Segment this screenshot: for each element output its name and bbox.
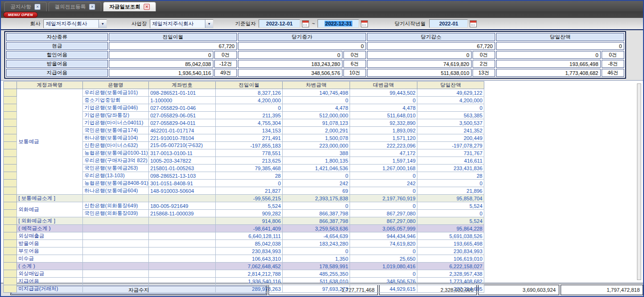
calendar-icon[interactable] xyxy=(470,20,477,27)
cell-account-number xyxy=(149,248,216,255)
row-selector[interactable] xyxy=(4,263,17,270)
cell-debit-amount: 69 xyxy=(283,187,350,195)
site-select[interactable]: 제일저지주식회사 ▼ xyxy=(150,19,213,28)
company-select[interactable]: 제일저지주식회사 ▼ xyxy=(43,19,107,28)
chevron-down-icon[interactable]: ▼ xyxy=(98,20,106,28)
tab-label: 결의전표등록 xyxy=(55,3,86,10)
row-selector[interactable] xyxy=(4,97,17,104)
date-from-input[interactable]: 2022-12-01 xyxy=(259,19,300,28)
row-selector[interactable] xyxy=(4,278,17,285)
date-to-input[interactable]: 2022-12-31 xyxy=(318,19,359,28)
cell-daily-balance: 193,665,498 xyxy=(417,240,484,248)
vertical-scrollbar[interactable] xyxy=(637,83,641,280)
app-window: 공지사항 ✕ 결의전표등록 ✕ 자금일보조회 ✕ MENU OPEN 회사 제일… xyxy=(0,0,644,297)
cell-account-number xyxy=(149,240,216,248)
cell-account-number xyxy=(149,217,216,225)
grid-row: [ 외화예금소계 ]914,806866,387,798867,297,0805… xyxy=(4,217,484,225)
summary-count: 49건 xyxy=(214,69,237,77)
summary-count: 0건 xyxy=(473,51,495,59)
row-selector[interactable] xyxy=(4,89,17,97)
tab-voucher-entry[interactable]: 결의전표등록 ✕ xyxy=(49,2,101,11)
tab-bar: 공지사항 ✕ 결의전표등록 ✕ 자금일보조회 ✕ xyxy=(1,1,643,11)
summary-asset-label[interactable]: 지급어음 xyxy=(6,69,108,77)
summary-amount: 1,773,408,682 xyxy=(496,69,601,77)
cell-debit-amount: 2,393,175,838 xyxy=(283,195,350,202)
row-selector[interactable] xyxy=(4,240,17,248)
cell-credit-amount: 47,172 xyxy=(350,149,417,157)
cell-account-name: 부도어음 xyxy=(17,248,83,255)
period-start-input[interactable]: 2022-01 xyxy=(429,19,468,28)
summary-count: 10건 xyxy=(343,69,366,77)
row-selector[interactable] xyxy=(4,248,17,255)
row-selector[interactable] xyxy=(4,217,17,225)
cell-account-number: 027-055829-06-051 xyxy=(149,112,216,119)
row-selector[interactable] xyxy=(4,187,17,195)
row-selector[interactable] xyxy=(4,157,17,165)
summary-amount: 67,720 xyxy=(109,42,237,50)
close-icon[interactable]: ✕ xyxy=(34,4,41,10)
row-selector[interactable] xyxy=(4,165,17,172)
row-selector[interactable] xyxy=(4,180,17,187)
tab-notice[interactable]: 공지사항 ✕ xyxy=(4,2,47,11)
cell-bank-name: 중소기업중앙회 xyxy=(83,97,149,104)
cell-credit-amount: 2,197,760,919 xyxy=(350,195,417,202)
row-selector[interactable] xyxy=(4,149,17,157)
row-selector[interactable] xyxy=(4,210,17,217)
cell-bank-name xyxy=(83,285,149,293)
date-to-selected-text: 2022-12-31 xyxy=(325,21,352,26)
summary-body: 현금67,720067,7200할인어음00건00건00건00건받을어음85,0… xyxy=(6,42,624,77)
row-selector[interactable] xyxy=(4,225,17,232)
site-label: 사업장 xyxy=(131,20,147,27)
cell-daily-balance: 237,214,605 xyxy=(417,285,484,293)
row-selector[interactable] xyxy=(4,127,17,134)
cell-account-name: 미수금 xyxy=(17,255,83,263)
summary-asset-label[interactable]: 할인어음 xyxy=(6,51,108,59)
close-icon[interactable]: ✕ xyxy=(144,4,150,10)
row-selector[interactable] xyxy=(4,202,17,210)
cell-prev-carryover: 85,042,038 xyxy=(216,240,283,248)
row-selector[interactable] xyxy=(4,134,17,142)
row-selector[interactable] xyxy=(4,172,17,180)
summary-asset-label[interactable]: 현금 xyxy=(6,42,108,50)
cell-bank-name xyxy=(83,263,149,270)
cell-daily-balance: 2,328,957,438 xyxy=(417,270,484,278)
summary-count: 2건 xyxy=(473,60,495,68)
tab-daily-fund-report[interactable]: 자금일보조회 ✕ xyxy=(103,2,156,11)
cell-account-number xyxy=(149,232,216,240)
cell-prev-carryover: 2,814,212,788 xyxy=(216,270,283,278)
menu-open-button[interactable]: MENU OPEN xyxy=(3,12,38,18)
cell-credit-amount: 1,019,080,416 xyxy=(350,263,417,270)
row-selector[interactable] xyxy=(4,195,17,202)
row-selector[interactable] xyxy=(4,232,17,240)
cell-credit-amount: 3,065,057,999 xyxy=(350,225,417,232)
row-selector[interactable] xyxy=(4,112,17,119)
row-selector[interactable] xyxy=(4,142,17,149)
row-selector[interactable] xyxy=(4,285,17,293)
calendar-icon[interactable] xyxy=(361,20,368,27)
cell-credit-amount: 511,648,010 xyxy=(350,112,417,119)
cell-daily-balance: 563,385 xyxy=(417,112,484,119)
close-icon[interactable]: ✕ xyxy=(89,4,95,10)
cell-debit-amount: 1,800,135 xyxy=(283,157,350,165)
cell-debit-amount: 2,000,291 xyxy=(283,127,350,134)
cell-account-number: 098-286521-01-101 xyxy=(149,89,216,97)
cell-credit-amount: 0 xyxy=(350,202,417,210)
summary-table: 자산종류 전일이월 당기증가 당기감소 당일잔액 현금67,720067,720… xyxy=(4,31,626,79)
cell-daily-balance: -197,078,279 xyxy=(417,142,484,149)
summary-amount: 0 xyxy=(238,51,342,59)
row-selector[interactable] xyxy=(4,255,17,263)
grid-row: 외상매입금2,814,212,788485,255,35002,328,957,… xyxy=(4,270,484,278)
grid-row: 받을어음85,042,038183,243,28074,619,820193,6… xyxy=(4,240,484,248)
cell-bank-name: 국민은행(보통예금263) xyxy=(83,165,149,172)
cell-bank-name: 신한은행(외화통장649) xyxy=(83,202,149,210)
summary-asset-label[interactable]: 받을어음 xyxy=(6,60,108,68)
summary-amount: 0 xyxy=(496,42,624,50)
row-selector[interactable] xyxy=(4,104,17,112)
chevron-down-icon[interactable]: ▼ xyxy=(205,20,213,28)
cell-account-number xyxy=(149,263,216,270)
row-selector[interactable] xyxy=(4,270,17,278)
cell-account-number: 1-100000 xyxy=(149,97,216,104)
cell-account-number: 180-005-921649 xyxy=(149,202,216,210)
row-selector[interactable] xyxy=(4,119,17,127)
calendar-icon[interactable] xyxy=(302,20,309,27)
